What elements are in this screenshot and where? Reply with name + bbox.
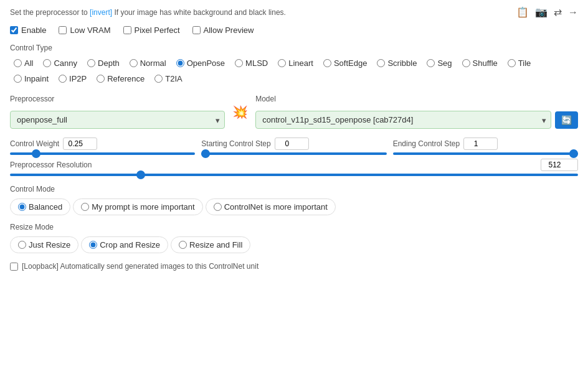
ending-control-step-input[interactable] xyxy=(463,138,498,150)
model-label: Model xyxy=(255,95,578,103)
resize-mode-option[interactable]: Resize and Fill xyxy=(171,236,250,253)
control-mode-option[interactable]: ControlNet is more important xyxy=(206,198,336,215)
control-type-option-canny[interactable]: Canny xyxy=(39,57,81,69)
resize-mode-section: Resize Mode Just ResizeCrop and ResizeRe… xyxy=(10,223,578,253)
invert-link[interactable]: [invert] xyxy=(90,8,112,17)
preprocessor-section: Preprocessor openpose_fullopenposeopenpo… xyxy=(10,95,225,129)
ending-control-step-slider[interactable] xyxy=(393,152,578,155)
control-mode-options: BalancedMy prompt is more importantContr… xyxy=(10,198,578,215)
control-type-option-depth[interactable]: Depth xyxy=(83,57,123,69)
starting-control-step-label: Starting Control Step xyxy=(201,139,270,148)
control-type-option-ip2p[interactable]: IP2P xyxy=(55,73,90,85)
control-type-label: Control Type xyxy=(10,44,578,52)
top-icons: 📋 📷 ⇄ → xyxy=(516,6,578,18)
ending-control-step-label: Ending Control Step xyxy=(393,139,460,148)
model-select[interactable]: control_v11p_sd15_openpose [cab727d4] xyxy=(255,111,551,129)
ending-control-step-group: Ending Control Step xyxy=(393,138,578,155)
model-section: Model control_v11p_sd15_openpose [cab727… xyxy=(255,95,578,129)
starting-control-step-group: Starting Control Step xyxy=(201,138,386,155)
paste-icon[interactable]: 📋 xyxy=(516,6,529,18)
control-weight-slider[interactable] xyxy=(10,152,195,155)
low-vram-checkbox[interactable]: Low VRAM xyxy=(59,26,110,35)
resize-mode-option[interactable]: Just Resize xyxy=(10,236,78,253)
top-notice: Set the preprocessor to [invert] If your… xyxy=(10,6,578,18)
preprocessor-select[interactable]: openpose_fullopenposeopenpose_faceopenpo… xyxy=(10,111,225,129)
enable-checkbox[interactable]: Enable xyxy=(10,26,46,35)
allow-preview-checkbox[interactable]: Allow Preview xyxy=(192,26,254,35)
preprocessor-resolution-input[interactable] xyxy=(541,159,578,171)
control-type-option-scribble[interactable]: Scribble xyxy=(373,57,420,69)
checkboxes-row: Enable Low VRAM Pixel Perfect Allow Prev… xyxy=(10,26,578,35)
control-type-option-lineart[interactable]: Lineart xyxy=(274,57,317,69)
preprocessor-label: Preprocessor xyxy=(10,95,225,103)
preprocessor-select-wrapper: openpose_fullopenposeopenpose_faceopenpo… xyxy=(10,111,225,129)
camera-icon[interactable]: 📷 xyxy=(535,6,548,18)
control-weight-group: Control Weight xyxy=(10,138,195,155)
loopback-checkbox[interactable] xyxy=(10,263,18,271)
control-mode-option[interactable]: My prompt is more important xyxy=(73,198,202,215)
starting-control-step-slider[interactable] xyxy=(201,152,386,155)
control-type-grid: AllCannyDepthNormalOpenPoseMLSDLineartSo… xyxy=(10,57,578,85)
control-type-option-tile[interactable]: Tile xyxy=(504,57,534,69)
notice-text: Set the preprocessor to [invert] If your… xyxy=(10,8,286,17)
control-type-option-all[interactable]: All xyxy=(10,57,37,69)
control-weight-input[interactable] xyxy=(63,138,97,150)
ending-control-step-header: Ending Control Step xyxy=(393,138,578,150)
preprocessor-resolution-label: Preprocessor Resolution xyxy=(10,161,92,169)
control-mode-label: Control Mode xyxy=(10,185,578,194)
control-mode-option[interactable]: Balanced xyxy=(10,198,70,215)
control-type-option-mlsd[interactable]: MLSD xyxy=(231,57,272,69)
control-type-option-openpose[interactable]: OpenPose xyxy=(173,57,229,69)
control-weight-header: Control Weight xyxy=(10,138,195,150)
control-type-option-shuffle[interactable]: Shuffle xyxy=(458,57,501,69)
control-type-option-reference[interactable]: Reference xyxy=(93,73,148,85)
sliders-row: Control Weight Starting Control Step End… xyxy=(10,138,578,155)
refresh-model-button[interactable]: 🔄 xyxy=(555,111,578,129)
preprocessor-resolution-row: Preprocessor Resolution xyxy=(10,159,578,176)
loopback-row: [Loopback] Automatically send generated … xyxy=(10,262,578,271)
control-mode-section: Control Mode BalancedMy prompt is more i… xyxy=(10,185,578,215)
control-type-option-softedge[interactable]: SoftEdge xyxy=(320,57,371,69)
send-icon[interactable]: → xyxy=(568,7,578,18)
resize-mode-option[interactable]: Crop and Resize xyxy=(81,236,168,253)
swap-icon[interactable]: ⇄ xyxy=(554,6,562,18)
preprocessor-model-row: Preprocessor openpose_fullopenposeopenpo… xyxy=(10,95,578,129)
starting-control-step-input[interactable] xyxy=(275,138,309,150)
control-type-option-seg[interactable]: Seg xyxy=(423,57,455,69)
pixel-perfect-checkbox[interactable]: Pixel Perfect xyxy=(123,26,180,35)
control-weight-label: Control Weight xyxy=(10,139,59,148)
resize-mode-label: Resize Mode xyxy=(10,223,578,231)
control-type-option-normal[interactable]: Normal xyxy=(126,57,170,69)
resize-mode-options: Just ResizeCrop and ResizeResize and Fil… xyxy=(10,236,578,253)
explosion-button[interactable]: 💥 xyxy=(231,103,249,121)
starting-control-step-header: Starting Control Step xyxy=(201,138,386,150)
preprocessor-resolution-header: Preprocessor Resolution xyxy=(10,159,578,171)
control-type-option-t2ia[interactable]: T2IA xyxy=(151,73,186,85)
control-type-option-inpaint[interactable]: Inpaint xyxy=(10,73,52,85)
loopback-text: [Loopback] Automatically send generated … xyxy=(22,262,258,271)
preprocessor-resolution-slider[interactable] xyxy=(10,174,578,176)
